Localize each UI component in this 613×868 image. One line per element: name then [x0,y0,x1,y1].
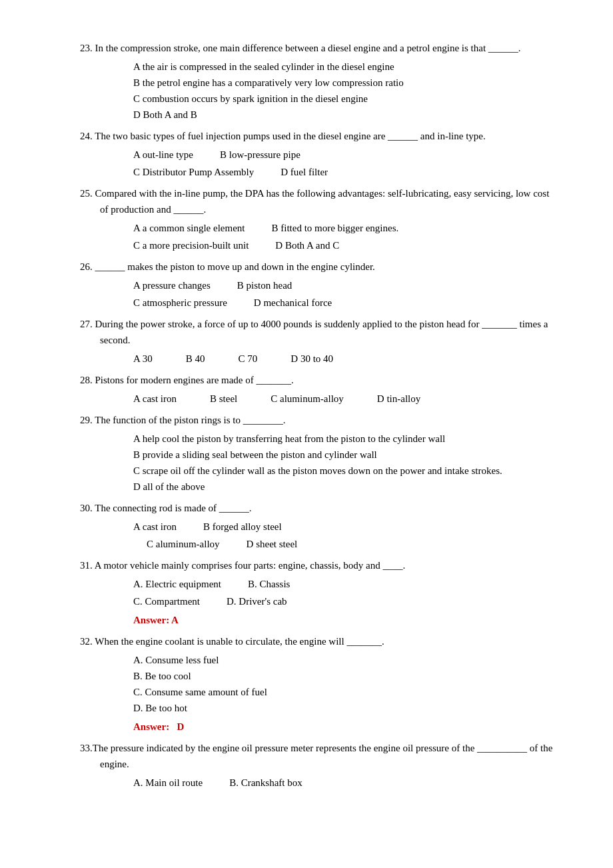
option-31-b: B. Chassis [248,576,290,592]
question-27: 27. During the power stroke, a force of … [80,316,560,367]
option-31-d: D. Driver's cab [227,593,287,609]
question-31-row1: A. Electric equipment B. Chassis [133,576,560,592]
option-32-b: B. Be too cool [133,668,560,684]
question-31-row2: C. Compartment D. Driver's cab [133,593,560,609]
question-32-options: A. Consume less fuel B. Be too cool C. C… [80,652,560,716]
option-25-d: D Both A and C [275,237,339,253]
option-25-b: B fitted to more bigger engines. [271,220,398,236]
option-29-d: D all of the above [133,479,560,495]
question-26: 26. ______ makes the piston to move up a… [80,259,560,311]
option-33-a: A. Main oil route [133,775,203,791]
option-25-c: C a more precision-built unit [133,237,249,253]
question-30-row2: C aluminum-alloy D sheet steel [133,536,560,552]
option-28-b: B steel [210,391,237,407]
question-26-row2: C atmospheric pressure D mechanical forc… [133,295,560,311]
answer-31-label: Answer: [133,615,171,625]
option-24-d: D fuel filter [281,164,328,180]
question-25-row1: A a common single element B fitted to mo… [133,220,560,236]
question-30-row1: A cast iron B forged alloy steel [133,519,560,535]
question-30: 30. The connecting rod is made of ______… [80,500,560,552]
option-27-b: B 40 [186,351,205,367]
option-23-c: C combustion occurs by spark ignition in… [133,91,560,107]
question-32-text: 32. When the engine coolant is unable to… [80,633,560,649]
question-31-options: A. Electric equipment B. Chassis C. Comp… [80,576,560,609]
question-24-options: A out-line type B low-pressure pipe C Di… [80,147,560,180]
exam-content: 23. In the compression stroke, one main … [80,40,560,791]
option-24-c: C Distributor Pump Assembly [133,164,254,180]
question-31-answer: Answer: A [80,612,560,628]
question-32-answer: Answer: D [80,719,560,735]
option-32-c: C. Consume same amount of fuel [133,684,560,700]
option-24-a: A out-line type [133,147,193,163]
question-25: 25. Compared with the in-line pump, the … [80,185,560,253]
option-29-c: C scrape oil off the cylinder wall as th… [133,463,560,479]
question-29: 29. The function of the piston rings is … [80,412,560,495]
question-28: 28. Pistons for modern engines are made … [80,372,560,407]
answer-32-value: D [172,721,184,732]
option-28-d: D tin-alloy [377,391,420,407]
question-23-options: A the air is compressed in the sealed cy… [80,59,560,123]
option-28-a: A cast iron [133,391,177,407]
question-32: 32. When the engine coolant is unable to… [80,633,560,735]
option-26-a: A pressure changes [133,277,211,293]
option-27-c: C 70 [239,351,258,367]
question-26-text: 26. ______ makes the piston to move up a… [80,259,560,275]
question-27-text: 27. During the power stroke, a force of … [80,316,560,348]
option-23-a: A the air is compressed in the sealed cy… [133,59,560,75]
option-32-a: A. Consume less fuel [133,652,560,668]
option-29-a: A help cool the piston by transferring h… [133,431,560,447]
option-30-a: A cast iron [133,519,177,535]
option-30-b: B forged alloy steel [203,519,282,535]
question-26-options: A pressure changes B piston head C atmos… [80,277,560,311]
question-33: 33.The pressure indicated by the engine … [80,740,560,791]
question-30-options: A cast iron B forged alloy steel C alumi… [80,519,560,552]
option-27-d: D 30 to 40 [291,351,333,367]
question-26-row1: A pressure changes B piston head [133,277,560,293]
answer-31-value: A [171,615,179,625]
option-27-a: A 30 [133,351,153,367]
question-25-options: A a common single element B fitted to mo… [80,220,560,253]
option-33-b: B. Crankshaft box [229,775,303,791]
option-30-c: C aluminum-alloy [133,536,220,552]
option-31-c: C. Compartment [133,593,200,609]
question-24-row2: C Distributor Pump Assembly D fuel filte… [133,164,560,180]
question-29-text: 29. The function of the piston rings is … [80,412,560,428]
option-28-c: C aluminum-alloy [271,391,344,407]
question-24-text: 24. The two basic types of fuel injectio… [80,128,560,144]
question-28-text: 28. Pistons for modern engines are made … [80,372,560,388]
question-33-options: A. Main oil route B. Crankshaft box [80,775,560,791]
option-24-b: B low-pressure pipe [220,147,301,163]
option-30-d: D sheet steel [247,536,298,552]
option-29-b: B provide a sliding seal between the pis… [133,447,560,463]
answer-32-label: Answer: [133,721,172,732]
option-23-b: B the petrol engine has a comparatively … [133,75,560,91]
option-31-a: A. Electric equipment [133,576,221,592]
question-25-text: 25. Compared with the in-line pump, the … [80,185,560,217]
question-28-options: A cast iron B steel C aluminum-alloy D t… [80,391,560,407]
option-32-d: D. Be too hot [133,700,560,716]
question-31-text: 31. A motor vehicle mainly comprises fou… [80,557,560,573]
question-23-text: 23. In the compression stroke, one main … [80,40,560,56]
question-29-options: A help cool the piston by transferring h… [80,431,560,495]
question-24-row1: A out-line type B low-pressure pipe [133,147,560,163]
question-33-row1: A. Main oil route B. Crankshaft box [133,775,560,791]
question-31: 31. A motor vehicle mainly comprises fou… [80,557,560,628]
question-24: 24. The two basic types of fuel injectio… [80,128,560,180]
question-27-options: A 30 B 40 C 70 D 30 to 40 [80,351,560,367]
question-23: 23. In the compression stroke, one main … [80,40,560,123]
option-25-a: A a common single element [133,220,245,236]
option-26-d: D mechanical force [254,295,332,311]
option-26-c: C atmospheric pressure [133,295,227,311]
option-23-d: D Both A and B [133,107,560,123]
question-25-row2: C a more precision-built unit D Both A a… [133,237,560,253]
option-26-b: B piston head [237,277,293,293]
question-33-text: 33.The pressure indicated by the engine … [80,740,560,772]
question-30-text: 30. The connecting rod is made of ______… [80,500,560,516]
